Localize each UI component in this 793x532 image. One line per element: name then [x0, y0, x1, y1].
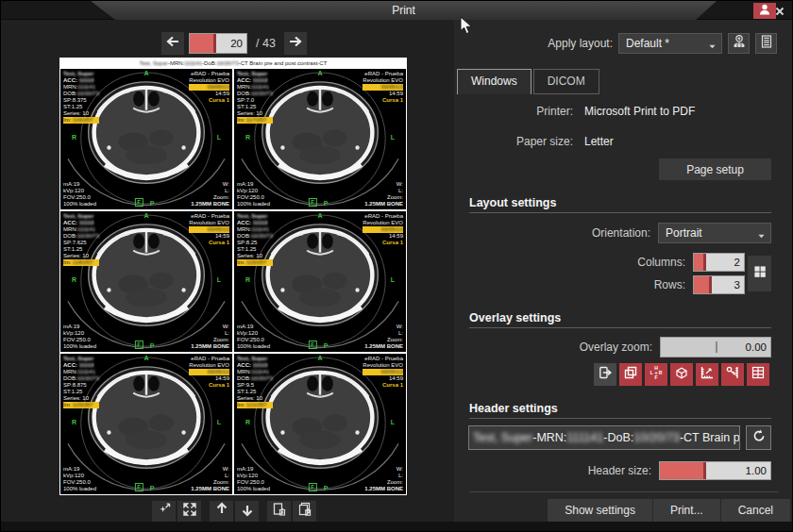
delete-page-button[interactable]: [267, 501, 291, 522]
orientation-marker-anterior: A: [317, 212, 322, 219]
key-ruler-toggle-button[interactable]: [721, 363, 744, 386]
ruler-corner-toggle-button[interactable]: [696, 363, 718, 386]
ruler-corner-icon: [700, 365, 715, 384]
overlay-line: mA:19: [63, 466, 96, 473]
header-text-input[interactable]: Test, Super-MRN:111141-DoB:10/20/73-CT B…: [468, 425, 740, 450]
overlay-block: eRAD - PruebaRevolution EVO03/05/1314:59…: [363, 71, 403, 104]
move-down-button[interactable]: [235, 501, 259, 522]
overlay-line: eRAD - Prueba: [189, 213, 229, 220]
print-button[interactable]: Print...: [653, 499, 720, 522]
preview-cell-grid: Test, SuperACC: 11113MRN:111141DOB:10/20…: [60, 69, 406, 494]
paper-size-value: Letter: [584, 135, 614, 148]
overlay-line: 14:59: [189, 233, 229, 240]
window-title: Print: [392, 4, 415, 17]
layers-toggle-button[interactable]: [619, 363, 642, 386]
next-page-button[interactable]: [284, 32, 307, 55]
orientation-marker-anterior: A: [143, 355, 148, 361]
overlay-line: Cursa 1: [189, 97, 229, 104]
grid-table-toggle-button[interactable]: [747, 363, 769, 386]
grid-layout-button[interactable]: [748, 256, 771, 291]
ct-image-cell-5[interactable]: Test, SuperACC: 11113MRN:111141DOB:10/20…: [60, 354, 232, 494]
orientation-label: Orientation:: [592, 226, 650, 240]
save-layout-button[interactable]: [728, 33, 750, 54]
close-button[interactable]: [768, 3, 791, 19]
orientation-marker-right: R: [245, 134, 250, 141]
delete-all-pages-button[interactable]: [293, 501, 316, 522]
text-part: -MRN:: [532, 431, 566, 444]
overlay-line: MRN:111141: [63, 84, 99, 91]
ct-image-cell-4[interactable]: Test, SuperACC: 11113MRN:111141DOB:10/20…: [234, 211, 406, 352]
orientation-letters-toggle-button[interactable]: HLRF+: [645, 363, 667, 386]
text-part: -CT Brain pre: [680, 431, 740, 444]
layout-list-icon: [759, 34, 774, 53]
move-down-icon: [240, 502, 255, 521]
overlay-zoom-value: 0.00: [746, 341, 767, 353]
move-up-icon: [214, 502, 229, 521]
overlay-line: kVp:120: [63, 188, 96, 194]
columns-spinner[interactable]: 2: [693, 253, 745, 272]
footer-buttons: Show settings Print... Cancel: [548, 499, 790, 522]
overlay-line: 03/05/13: [363, 226, 403, 233]
divider: [469, 418, 771, 419]
move-up-button[interactable]: [210, 501, 233, 522]
overlay-line: 1.25MM BONE: [364, 343, 403, 350]
reset-header-button[interactable]: [746, 425, 771, 450]
cube-toggle-button[interactable]: [670, 363, 693, 386]
orientation-value: Portrait: [666, 226, 702, 240]
text-part: -DoB:: [603, 431, 633, 444]
expand-button[interactable]: [177, 501, 201, 522]
header-size-slider[interactable]: 1.00: [659, 461, 771, 480]
overlay-line: 14:59: [189, 91, 229, 97]
overlay-zoom-slider[interactable]: 0.00: [660, 337, 771, 357]
orientation-marker-left: L: [217, 134, 221, 141]
overlay-line: 1.25MM BONE: [364, 201, 403, 208]
overlay-line: kVp:120: [63, 330, 96, 337]
tab-dicom[interactable]: DICOM: [533, 69, 599, 94]
rows-spinner[interactable]: 3: [693, 275, 745, 294]
page-number-value: 20: [230, 38, 243, 49]
manage-layouts-button[interactable]: [755, 33, 777, 54]
overlay-block: mA:19kVp:120FOV:250.0100% loaded: [63, 466, 96, 492]
ct-image-cell-2[interactable]: Test, SuperACC: 11113MRN:111141DOB:10/20…: [234, 69, 406, 209]
close-icon: [775, 3, 785, 20]
ct-image-cell-6[interactable]: Test, SuperACC: 11113MRN:111141DOB:10/20…: [234, 354, 406, 494]
ct-image-cell-3[interactable]: Test, SuperACC: 11113MRN:111141DOB:10/20…: [60, 211, 232, 352]
overlay-block: mA:19kVp:120FOV:250.0100% loaded: [237, 181, 270, 208]
page-setup-button[interactable]: Page setup: [659, 158, 771, 180]
paper-size-row: Paper size: Letter: [469, 135, 771, 148]
save-layout-icon: [732, 34, 747, 53]
orientation-marker-anterior: A: [143, 212, 148, 219]
orientation-marker-right: R: [245, 419, 250, 425]
fit-zoom-button[interactable]: [152, 501, 176, 522]
overlay-export-toggle-button[interactable]: [594, 363, 616, 386]
overlay-line: MRN:111141: [63, 226, 99, 233]
overlay-line: L:: [364, 188, 403, 194]
prev-page-button[interactable]: [161, 32, 184, 55]
overlay-line: Revolution EVO: [189, 77, 229, 84]
page-number-spinner[interactable]: 20: [189, 33, 247, 54]
orientation-marker-posterior: P: [324, 485, 329, 491]
overlay-line: 14:59: [363, 375, 403, 382]
overlay-line: eRAD - Prueba: [189, 356, 229, 362]
overlay-line: W:: [364, 324, 403, 330]
overlay-line: 03/05/13: [189, 369, 229, 375]
overlay-line: Test, Super: [63, 71, 99, 77]
tab-windows[interactable]: Windows: [457, 69, 531, 94]
overlay-line: Series: 10: [63, 395, 99, 402]
grid-table-icon: [751, 365, 766, 384]
cancel-button[interactable]: Cancel: [721, 499, 790, 522]
overlay-line: Revolution EVO: [189, 220, 229, 226]
divider: [469, 327, 771, 328]
overlay-line: 1.25MM BONE: [191, 486, 229, 492]
fit-zoom-icon: [157, 502, 172, 521]
divider: [469, 491, 779, 492]
overlay-line: MRN:111141: [237, 84, 273, 91]
ct-image-cell-1[interactable]: Test, SuperACC: 11113MRN:111141DOB:10/20…: [60, 69, 232, 209]
orientation-marker-left: L: [391, 134, 395, 141]
orientation-marker-right: R: [245, 276, 250, 283]
show-settings-button[interactable]: Show settings: [548, 499, 652, 522]
apply-layout-select[interactable]: Default *: [618, 33, 722, 54]
layers-icon: [623, 365, 638, 384]
orientation-select[interactable]: Portrait: [658, 223, 771, 243]
settings-tabs: Windows DICOM: [457, 69, 601, 94]
